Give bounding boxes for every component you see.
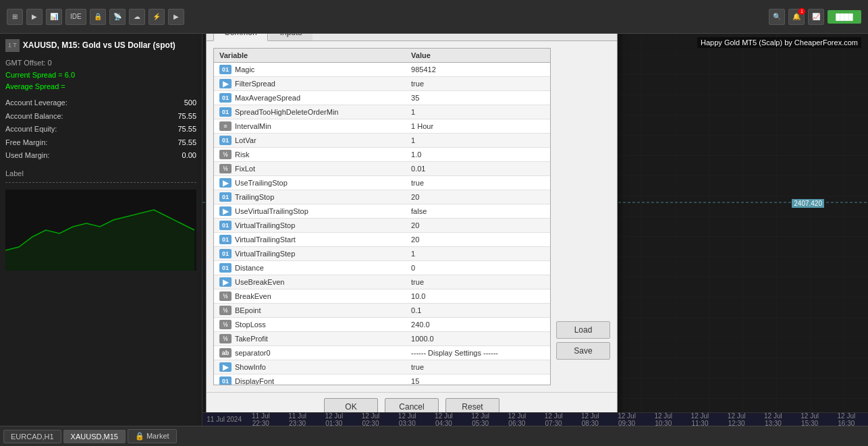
row-icon-21: ▶ [219, 362, 232, 372]
var-name-0: Magic [235, 65, 254, 74]
row-icon-20: ab [219, 348, 232, 358]
row-icon-14: 01 [219, 263, 232, 273]
value-cell-8[interactable]: true [406, 176, 550, 190]
row-icon-17: ½ [219, 306, 232, 315]
leverage-label: Account Leverage: [5, 97, 67, 109]
var-name-20: separator0 [235, 349, 271, 357]
value-cell-14[interactable]: 0 [406, 261, 550, 275]
toolbar-btn-8[interactable]: ▶ [168, 9, 184, 25]
value-cell-22[interactable]: 15 [406, 374, 550, 386]
date-item: 12 Jul 11:30 [682, 412, 718, 427]
top-right-label: Happy Gold MT5 (Scalp) by CheaperForex.c… [697, 37, 861, 48]
row-icon-8: ▶ [219, 178, 232, 188]
value-cell-15[interactable]: true [406, 275, 550, 289]
date-item: 12 Jul 15:30 [792, 412, 828, 427]
date-item: 12 Jul 07:30 [535, 412, 572, 427]
bottom-tab-0[interactable]: EURCAD,H1 [3, 430, 61, 443]
var-name-14: Distance [235, 264, 264, 272]
left-panel-info: 1 T XAUUSD, M15: Gold vs US Dollar (spot… [0, 34, 202, 276]
table-row: ab separator0 ------ Display Settings --… [214, 346, 550, 360]
toolbar-btn-6[interactable]: ☁ [129, 9, 145, 25]
value-cell-11[interactable]: 20 [406, 219, 550, 233]
date-item: 12 Jul 01:30 [316, 412, 352, 427]
var-cell-13: 01 VirtualTrailingStep [214, 247, 406, 261]
value-cell-9[interactable]: 20 [406, 190, 550, 204]
search-icon[interactable]: 🔍 [769, 9, 785, 25]
params-table-wrapper[interactable]: Variable Value 01 Magic 985412 ▶ FilterS… [213, 48, 551, 385]
toolbar-btn-7[interactable]: ⚡ [148, 9, 165, 25]
free-margin-label: Free Margin: [5, 137, 47, 149]
row-icon-12: 01 [219, 235, 232, 244]
toolbar-btn-5[interactable]: 📡 [109, 9, 126, 25]
value-cell-12[interactable]: 20 [406, 233, 550, 247]
row-icon-13: 01 [219, 249, 232, 258]
table-row: ≡ IntervalMin 1 Hour [214, 119, 550, 134]
var-name-10: UseVirtualTrailingStop [235, 207, 308, 215]
row-icon-10: ▶ [219, 206, 232, 216]
table-row: ½ FixLot 0.01 [214, 162, 550, 176]
row-icon-7: ½ [219, 164, 232, 173]
value-cell-0[interactable]: 985412 [406, 63, 550, 77]
value-cell-20[interactable]: ------ Display Settings ------ [406, 346, 550, 360]
var-name-8: UseTrailingStop [235, 179, 288, 187]
value-cell-2[interactable]: 35 [406, 91, 550, 105]
table-row: ½ TakeProfit 1000.0 [214, 332, 550, 346]
row-icon-19: ½ [219, 334, 232, 343]
gmt-label: GMT Offset: 0 [5, 57, 196, 69]
value-cell-18[interactable]: 240.0 [406, 318, 550, 332]
row-icon-6: ½ [219, 150, 232, 159]
var-cell-3: 01 SpreadTooHighDeleteOrderMin [214, 105, 406, 119]
value-cell-3[interactable]: 1 [406, 105, 550, 119]
toolbar-btn-1[interactable]: ⊞ [7, 9, 23, 25]
row-icon-3: 01 [219, 107, 232, 117]
pair-label: XAUUSD, M15: Gold vs US Dollar (spot) [23, 39, 175, 52]
table-row: ½ BreakEven 10.0 [214, 289, 550, 304]
var-cell-15: ▶ UseBreakEven [214, 275, 406, 289]
load-button[interactable]: Load [556, 321, 610, 339]
var-cell-12: 01 VirtualTrailingStart [214, 233, 406, 247]
value-cell-17[interactable]: 0.1 [406, 304, 550, 318]
var-cell-14: 01 Distance [214, 261, 406, 275]
toolbar-btn-2[interactable]: ▶ [26, 9, 43, 25]
dialog-body: Variable Value 01 Magic 985412 ▶ FilterS… [207, 41, 617, 392]
toolbar-btn-3[interactable]: 📊 [46, 9, 62, 25]
value-cell-21[interactable]: true [406, 360, 550, 374]
var-name-21: ShowInfo [235, 363, 266, 371]
value-cell-6[interactable]: 1.0 [406, 148, 550, 162]
bottom-tab-1[interactable]: XAUUSD,M15 [63, 430, 126, 443]
value-cell-7[interactable]: 0.01 [406, 162, 550, 176]
save-button[interactable]: Save [556, 342, 610, 360]
notification-icon[interactable]: 🔔1 [788, 9, 805, 25]
table-row: 01 LotVar 1 [214, 134, 550, 148]
value-cell-10[interactable]: false [406, 204, 550, 219]
row-icon-1: ▶ [219, 79, 232, 88]
table-row: ▶ UseBreakEven true [214, 275, 550, 289]
top-toolbar: ⊞ ▶ 📊 IDE 🔒 📡 ☁ ⚡ ▶ 🔍 🔔1 📈 ████ [0, 0, 868, 34]
chart-icon[interactable]: 📈 [808, 9, 824, 25]
date-bar: 11 Jul 202411 Jul 22:3011 Jul 23:3012 Ju… [202, 412, 868, 426]
value-cell-5[interactable]: 1 [406, 134, 550, 148]
date-item: 11 Jul 2024 [206, 416, 242, 423]
balance-value: 75.55 [178, 111, 196, 123]
var-cell-17: ½ BEpoint [214, 304, 406, 318]
value-cell-4[interactable]: 1 Hour [406, 119, 550, 134]
spread-label: Current Spread = 6.0 [5, 69, 196, 82]
table-row: 01 SpreadTooHighDeleteOrderMin 1 [214, 105, 550, 119]
date-item: 11 Jul 23:30 [279, 412, 315, 427]
date-item: 12 Jul 09:30 [608, 412, 645, 427]
var-name-18: StopLoss [235, 320, 266, 329]
value-cell-19[interactable]: 1000.0 [406, 332, 550, 346]
avg-spread-label: Average Spread = [5, 81, 196, 93]
content-row: Variable Value 01 Magic 985412 ▶ FilterS… [213, 48, 610, 385]
value-cell-16[interactable]: 10.0 [406, 289, 550, 304]
table-row: ½ Risk 1.0 [214, 148, 550, 162]
ide-btn[interactable]: IDE [65, 9, 86, 25]
var-cell-6: ½ Risk [214, 148, 406, 162]
bottom-tab-2[interactable]: 🔒 Market [128, 429, 177, 443]
value-cell-13[interactable]: 1 [406, 247, 550, 261]
value-cell-1[interactable]: true [406, 77, 550, 91]
date-item: 12 Jul 06:30 [499, 412, 535, 427]
toolbar-btn-4[interactable]: 🔒 [90, 9, 106, 25]
var-cell-2: 01 MaxAverageSpread [214, 91, 406, 105]
table-row: 01 Distance 0 [214, 261, 550, 275]
